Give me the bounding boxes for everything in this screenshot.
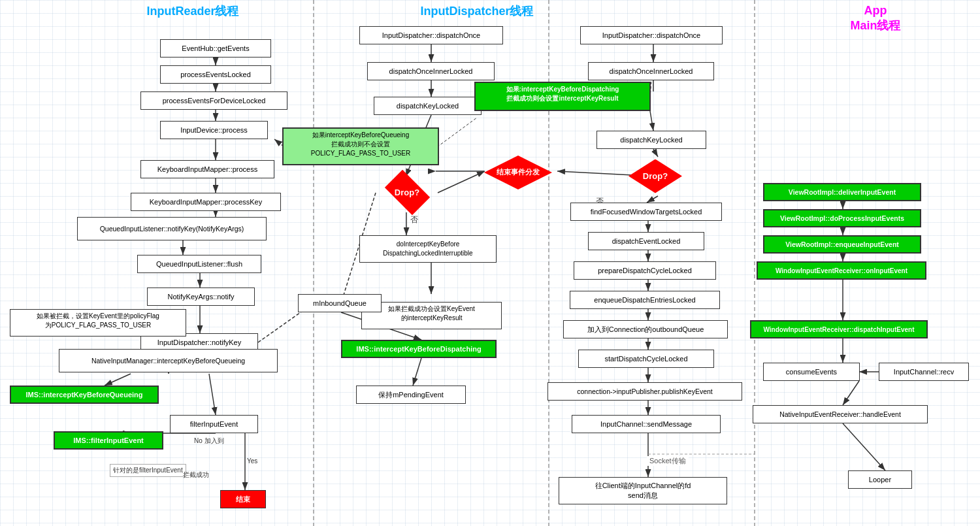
label-no-1: 否 xyxy=(410,214,418,225)
box-queuedinputlistener-flush: QueuedInputListener::flush xyxy=(137,255,261,273)
box-sendtoclient: 往Client端的InputChannel的fdsend消息 xyxy=(559,477,727,504)
label-socket-transfer: Socket传输 xyxy=(647,456,689,466)
annotation-policyflag: 如果被拦截，设置KeyEvent里的policyFlag为POLICY_FLAG… xyxy=(10,309,186,337)
box-ims-interceptkeybefore-disp: IMS::interceptKeyBeforeDispatching xyxy=(341,340,497,358)
svg-line-47 xyxy=(843,381,859,405)
box-filterinputevent: filterInputEvent xyxy=(170,415,258,433)
box-windowinputeventreceiver-oninput: WindowInputEventReceiver::onInputEvent xyxy=(757,261,926,280)
box-keyboardinputmapper-processkey: KeyboardInputMapper::processKey xyxy=(131,193,281,211)
svg-line-27 xyxy=(413,358,421,386)
box-preparedispatch: prepareDispatchCycleLocked xyxy=(574,261,716,280)
label-filter-annotation: 针对的是filterInputEvent xyxy=(110,464,186,477)
box-inputdevice-process: InputDevice::process xyxy=(160,121,268,139)
diagram-canvas: InputReader线程 InputDispatcher线程 App Main… xyxy=(0,0,980,526)
box-disp-dispatchonceinner-2: dispatchOnceInnerLocked xyxy=(588,62,714,80)
box-queuedinputlistener-notifykey: QueuedInputListener::notifyKey(NotifyKey… xyxy=(77,217,267,240)
box-nativeinputevent-handler: NativeInputEventReceiver::handleEvent xyxy=(753,405,928,423)
box-viewrootimpl-doprocess: ViewRootImpl::doProcessInputEvents xyxy=(763,209,921,227)
diamond-drop1: Drop? xyxy=(374,171,440,214)
label-no: No 加入到 xyxy=(194,436,224,446)
box-startdispatch: startDispatchCycleLocked xyxy=(578,350,714,368)
box-enqueuedispatch: enqueueDispatchEntriesLocked xyxy=(570,291,720,309)
svg-line-17 xyxy=(209,374,216,415)
box-disp-dispatchkeylocked-1: dispatchKeyLocked xyxy=(374,97,482,115)
box-disp-dispatchkeylocked-2: dispatchKeyLocked xyxy=(596,131,706,149)
diamond-drop2: Drop? xyxy=(623,155,688,197)
annotation-interceptkey-policy: 如果interceptKeyBeforeQueueing拦截成功则不会设置POL… xyxy=(282,127,439,165)
svg-line-16 xyxy=(105,374,131,386)
svg-line-28 xyxy=(438,171,485,193)
section-title-inputreader: InputReader线程 xyxy=(121,3,265,19)
box-sendmessage: InputChannel::sendMessage xyxy=(572,415,721,433)
box-baochi-pendingevent: 保持mPendingEvent xyxy=(356,386,466,404)
svg-line-31 xyxy=(650,111,653,131)
annotation-interceptkeyresult: 如果拦截成功会设置KeyEvent的interceptKeyResult xyxy=(361,302,502,329)
box-disp-dispatchonce-2: InputDispatcher::dispatchOnce xyxy=(580,26,723,44)
box-minboundqueue: mInboundQueue xyxy=(298,294,382,312)
box-viewrootimpl-deliver: ViewRootImpl::deliverInputEvent xyxy=(763,183,921,201)
box-keyboardinputmapper-process: KeyboardInputMapper::process xyxy=(140,160,274,178)
svg-line-48 xyxy=(843,423,885,470)
box-dointerceptkeybefore: doInterceptKeyBeforeDispatchingLockedInt… xyxy=(359,235,497,263)
box-consumeevents: consumeEvents xyxy=(763,363,860,381)
section-title-appmain: App Main线程 xyxy=(817,3,934,34)
box-processeventslocked: processEventsLocked xyxy=(160,65,271,84)
box-looper: Looper xyxy=(848,470,912,489)
box-nativeinputmanager-intercept: NativeInputManager::interceptKeyBeforeQu… xyxy=(59,349,278,372)
box-ims-interceptkeybeforequeueing: IMS::interceptKeyBeforeQueueing xyxy=(10,386,159,404)
box-viewrootimpl-enqueue: ViewRootImpl::enqueueInputEvent xyxy=(763,235,921,254)
box-findfocused: findFocusedWindowTargetsLocked xyxy=(570,203,722,221)
box-eventhub-getevents: EventHub::getEvents xyxy=(160,39,271,58)
box-disp-dispatchonce-1: InputDispatcher::dispatchOnce xyxy=(359,26,503,44)
box-dispatcheventlocked: dispatchEventLocked xyxy=(588,232,704,250)
box-ims-filterinputevent: IMS::filterInputEvent xyxy=(54,431,163,450)
box-publishkeyevent: connection->inputPublisher.publishKeyEve… xyxy=(547,382,742,401)
box-inputchannel-recv: InputChannel::recv xyxy=(879,363,969,381)
box-addto-outbound: 加入到Connection的outboundQueue xyxy=(563,320,728,338)
section-title-inputdispatcher: InputDispatcher线程 xyxy=(379,3,575,19)
box-disp-dispatchonceinner-1: dispatchOnceInnerLocked xyxy=(367,62,495,80)
svg-line-57 xyxy=(437,118,477,147)
diamond-end-event: 结束事件分发 xyxy=(480,152,557,193)
box-jieshu: 结束 xyxy=(220,490,266,508)
label-yes: Yes xyxy=(247,457,257,465)
annotation-interceptbefore-dispatching: 如果:interceptKeyBeforeDispatching拦截成功则会设置… xyxy=(474,82,651,111)
label-intercept-success: 拦截成功 xyxy=(183,470,209,480)
box-notifykeyargs-notify: NotifyKeyArgs::notify xyxy=(147,288,255,306)
box-windowinputeventreceiver-dispatch: WindowInputEventReceiver::dispatchInputE… xyxy=(750,320,928,338)
box-processeventsfordevicelocked: processEventsForDeviceLocked xyxy=(140,91,287,110)
